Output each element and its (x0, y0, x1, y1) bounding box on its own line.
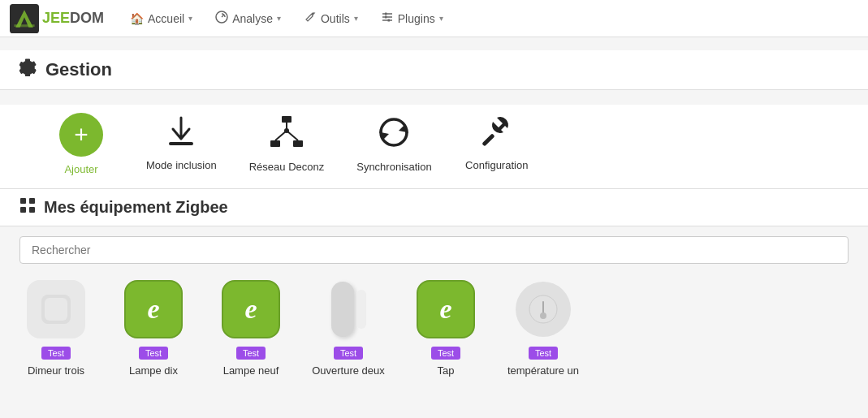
svg-rect-24 (29, 198, 35, 204)
lampe-neuf-icon-wrap: e (218, 277, 283, 342)
gear-icon (19, 58, 37, 81)
svg-rect-22 (482, 133, 494, 146)
equip-card-lampe-dix[interactable]: e Test Lampe dix (117, 277, 190, 377)
nav-analyse-label: Analyse (232, 12, 273, 25)
gestion-toolbar: + Ajouter Mode inclusion (0, 105, 868, 188)
nav-item-accueil[interactable]: 🏠 Accueil ▾ (120, 7, 202, 30)
tap-icon-wrap: e (413, 277, 478, 342)
dimeur-trois-icon-wrap (24, 277, 89, 342)
search-wrap (19, 236, 849, 264)
sync-icon (374, 113, 413, 152)
brand-name: JEEDOM (42, 10, 104, 27)
tap-label: Tap (438, 364, 455, 377)
temperature-un-label: température un (507, 364, 579, 377)
jeedom-logo-icon (10, 4, 39, 33)
nav-item-outils[interactable]: Outils ▾ (294, 6, 368, 31)
equip-title: Mes équipement Zigbee (44, 198, 228, 217)
temperature-un-icon (516, 282, 571, 337)
equip-grid: Test Dimeur trois e Test Lampe dix e Tes… (19, 277, 849, 377)
svg-rect-15 (293, 140, 303, 147)
plugins-caret-icon: ▾ (439, 14, 443, 23)
dimeur-trois-icon (27, 280, 85, 338)
nav-outils-label: Outils (321, 12, 350, 25)
lampe-neuf-icon: e (222, 280, 280, 338)
svg-rect-23 (20, 198, 26, 204)
svg-rect-9 (385, 13, 387, 15)
ouverture-deux-badge: Test (334, 347, 363, 360)
ouverture-deux-icon-wrap (316, 277, 381, 342)
add-icon-wrap: + (59, 113, 103, 157)
network-icon (267, 113, 306, 152)
temperature-un-icon-wrap (511, 277, 576, 342)
nav-item-plugins[interactable]: Plugins ▾ (371, 6, 453, 31)
nav-item-analyse[interactable]: Analyse ▾ (205, 6, 291, 31)
svg-rect-28 (45, 298, 67, 321)
toolbar-configuration[interactable]: Configuration (464, 113, 529, 171)
lampe-dix-icon-wrap: e (121, 277, 186, 342)
accueil-caret-icon: ▾ (188, 14, 192, 23)
equip-card-temperature-un[interactable]: Test température un (507, 277, 580, 377)
svg-point-19 (284, 128, 289, 133)
ouverture-deux-icon (319, 280, 378, 338)
ouverture-deux-label: Ouverture deux (312, 364, 385, 377)
svg-rect-10 (385, 16, 387, 19)
lampe-dix-label: Lampe dix (129, 364, 178, 377)
wrench-icon-wrap (478, 113, 516, 153)
reseau-deconz-label: Réseau Deconz (249, 161, 325, 173)
nav-accueil-label: Accueil (148, 12, 184, 25)
navbar: JEEDOM 🏠 Accueil ▾ Analyse ▾ Outils ▾ (0, 0, 868, 37)
mode-inclusion-label: Mode inclusion (146, 159, 217, 171)
equip-card-ouverture-deux[interactable]: Test Ouverture deux (312, 277, 385, 377)
outils-icon (304, 11, 317, 26)
lampe-neuf-label: Lampe neuf (223, 364, 279, 377)
ajouter-label: Ajouter (64, 163, 97, 175)
lampe-neuf-badge: Test (236, 347, 266, 360)
svg-point-31 (540, 312, 546, 319)
lampe-dix-badge: Test (139, 347, 168, 360)
analyse-icon (215, 11, 228, 26)
analyse-caret-icon: ▾ (277, 14, 281, 23)
add-circle-icon: + (59, 113, 103, 157)
toolbar-reseau-deconz[interactable]: Réseau Deconz (249, 113, 325, 173)
search-input[interactable] (19, 236, 849, 264)
tap-badge: Test (431, 347, 460, 360)
svg-rect-12 (169, 142, 193, 145)
synchronisation-label: Synchronisation (356, 161, 432, 173)
gestion-title: Gestion (45, 59, 112, 80)
network-icon-wrap (267, 113, 306, 154)
plugins-icon (381, 11, 394, 26)
svg-rect-11 (387, 19, 390, 22)
tap-icon: e (417, 280, 475, 338)
sync-icon-wrap (374, 113, 413, 154)
equip-card-dimeur-trois[interactable]: Test Dimeur trois (19, 277, 93, 377)
outils-caret-icon: ▾ (354, 14, 358, 23)
toolbar-synchronisation[interactable]: Synchronisation (356, 113, 432, 173)
nav-plugins-label: Plugins (398, 12, 435, 25)
svg-rect-3 (14, 24, 34, 27)
gestion-heading: Gestion (0, 50, 868, 90)
dimeur-trois-label: Dimeur trois (28, 364, 84, 377)
main-content: Gestion + Ajouter Mode inclusion (0, 37, 868, 418)
dimeur-trois-badge: Test (41, 347, 71, 360)
temperature-un-badge: Test (529, 347, 558, 360)
equip-card-tap[interactable]: e Test Tap (409, 277, 482, 377)
download-icon-wrap (162, 113, 200, 153)
nav-menu: 🏠 Accueil ▾ Analyse ▾ Outils ▾ Plugins ▾ (120, 6, 453, 31)
svg-rect-13 (282, 116, 291, 123)
toolbar-ajouter[interactable]: + Ajouter (49, 113, 114, 175)
grid-icon (19, 197, 36, 218)
download-icon (162, 113, 200, 150)
toolbar-mode-inclusion[interactable]: Mode inclusion (146, 113, 217, 171)
configuration-label: Configuration (465, 159, 528, 171)
svg-rect-14 (270, 140, 280, 147)
equip-heading: Mes équipement Zigbee (0, 188, 868, 226)
brand-logo-wrap[interactable]: JEEDOM (10, 4, 104, 33)
home-icon: 🏠 (130, 12, 144, 25)
equip-card-lampe-neuf[interactable]: e Test Lampe neuf (214, 277, 287, 377)
svg-rect-26 (29, 207, 35, 213)
wrench-icon (478, 113, 516, 150)
svg-rect-25 (20, 207, 26, 213)
lampe-dix-icon: e (124, 280, 183, 338)
